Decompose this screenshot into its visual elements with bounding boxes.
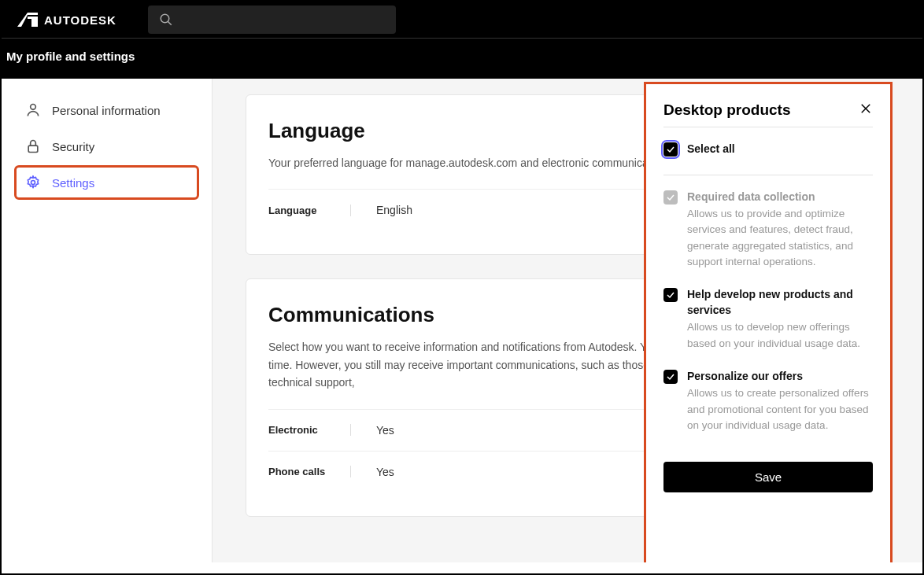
field-value: Yes — [351, 424, 394, 437]
help-develop-option[interactable]: Help develop new products and services A… — [663, 287, 873, 352]
option-title: Help develop new products and services — [687, 287, 873, 318]
checkbox-checked[interactable] — [663, 370, 678, 384]
check-icon — [666, 290, 675, 300]
svg-line-1 — [168, 21, 172, 25]
select-all-label: Select all — [687, 142, 735, 157]
option-title: Personalize our offers — [687, 369, 873, 385]
close-button[interactable] — [859, 101, 873, 119]
gear-icon — [25, 175, 41, 190]
option-desc: Allows us to create personalized offers … — [687, 385, 873, 433]
svg-point-0 — [161, 14, 169, 23]
search-input[interactable] — [148, 6, 396, 34]
option-desc: Allows us to develop new offerings based… — [687, 319, 873, 352]
select-all-option[interactable]: Select all — [663, 142, 873, 157]
lock-icon — [25, 138, 41, 154]
check-icon — [666, 193, 675, 202]
field-label: Language — [268, 205, 351, 216]
option-title: Required data collection — [687, 190, 873, 205]
page-subheader: My profile and settings — [2, 38, 922, 79]
main-content: Language Your preferred language for man… — [213, 79, 922, 562]
sidebar-item-settings[interactable]: Settings — [16, 167, 198, 198]
svg-rect-3 — [28, 146, 38, 152]
field-label: Electronic — [268, 424, 351, 436]
sidebar: Personal information Security Settings — [2, 79, 213, 562]
save-button[interactable]: Save — [663, 462, 873, 492]
svg-point-2 — [31, 105, 36, 110]
search-icon — [159, 13, 173, 27]
topbar: AUTODESK — [2, 2, 922, 38]
option-desc: Allows us to provide and optimize servic… — [687, 206, 873, 270]
panel-title: Desktop products — [663, 101, 791, 119]
sidebar-item-label: Security — [52, 140, 94, 153]
brand-text: AUTODESK — [44, 13, 116, 27]
close-icon — [859, 101, 873, 116]
field-value: English — [351, 204, 412, 216]
desktop-products-panel: Desktop products Select all Required dat… — [644, 82, 893, 562]
sidebar-item-label: Settings — [52, 176, 94, 190]
field-value: Yes — [351, 466, 394, 478]
sidebar-item-security[interactable]: Security — [16, 131, 198, 162]
checkbox-checked[interactable] — [663, 142, 678, 157]
check-icon — [666, 372, 675, 381]
sidebar-item-label: Personal information — [52, 104, 161, 117]
checkbox-checked[interactable] — [663, 288, 678, 302]
checkbox-disabled — [663, 190, 678, 205]
required-data-option: Required data collection Allows us to pr… — [663, 190, 873, 271]
field-label: Phone calls — [268, 466, 351, 477]
personalize-offers-option[interactable]: Personalize our offers Allows us to crea… — [663, 369, 873, 433]
svg-point-4 — [31, 181, 35, 185]
autodesk-logo-icon — [17, 13, 38, 27]
sidebar-item-personal-info[interactable]: Personal information — [16, 94, 198, 126]
brand-logo[interactable]: AUTODESK — [17, 13, 116, 27]
person-icon — [25, 102, 41, 118]
check-icon — [666, 145, 675, 154]
